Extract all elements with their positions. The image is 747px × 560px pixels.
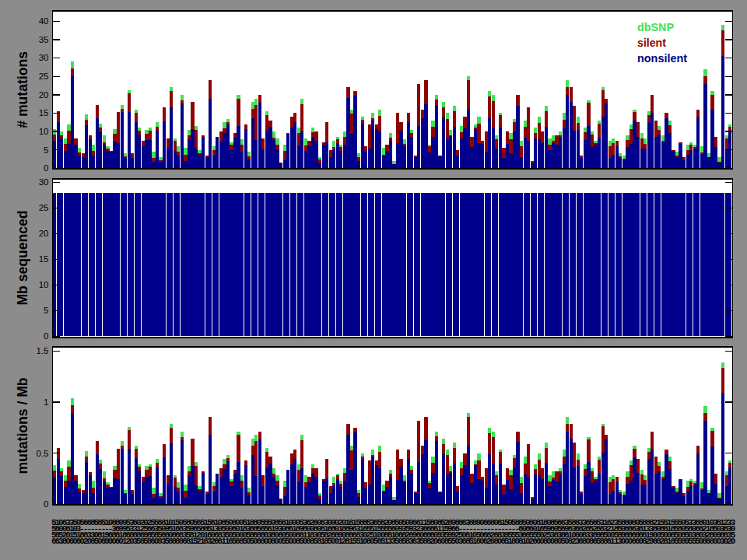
svg-text:5: 5 — [44, 306, 48, 315]
svg-text:0.5: 0.5 — [37, 449, 49, 458]
svg-text:mutations / Mb: mutations / Mb — [15, 377, 30, 474]
svg-text:nonsilent: nonsilent — [637, 52, 687, 65]
svg-text:10: 10 — [39, 280, 49, 289]
svg-text:25: 25 — [39, 203, 49, 212]
svg-text:663806060208506990601203585860: 6638060602085069906012035858609358888681… — [51, 537, 735, 546]
svg-text:1.5: 1.5 — [37, 346, 49, 355]
svg-text:30: 30 — [39, 53, 49, 62]
svg-text:20: 20 — [39, 90, 49, 100]
svg-text:0: 0 — [44, 163, 48, 173]
svg-text:30: 30 — [39, 177, 49, 187]
svg-text:40: 40 — [39, 16, 49, 26]
svg-text:Mb sequenced: Mb sequenced — [15, 210, 30, 305]
svg-text:# mutations: # mutations — [15, 51, 30, 128]
svg-text:15: 15 — [39, 108, 49, 117]
svg-text:0: 0 — [44, 499, 48, 509]
svg-text:dbSNP: dbSNP — [637, 21, 674, 33]
svg-text:20: 20 — [39, 229, 49, 238]
svg-text:silent: silent — [637, 37, 666, 49]
svg-text:1: 1 — [44, 397, 48, 407]
svg-text:15: 15 — [39, 254, 49, 264]
svg-text:35: 35 — [39, 35, 49, 44]
svg-text:0: 0 — [44, 331, 48, 341]
svg-text:10: 10 — [39, 127, 49, 136]
svg-text:25: 25 — [39, 72, 49, 81]
svg-text:5: 5 — [44, 145, 48, 155]
